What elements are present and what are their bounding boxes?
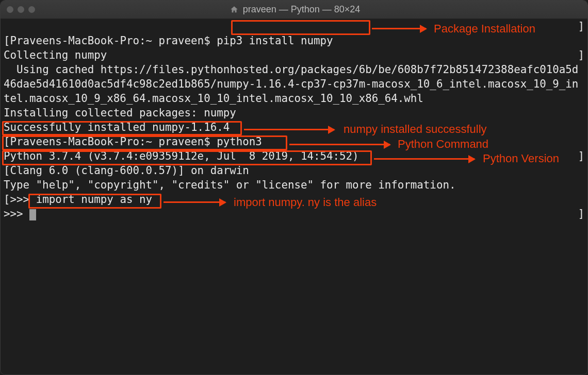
command-pip-install: pip3 install numpy <box>217 35 333 47</box>
bracket-open: [ <box>4 135 10 148</box>
output-using-cached: Using cached https://files.pythonhosted.… <box>4 63 578 105</box>
output-collecting: Collecting numpy <box>4 49 107 61</box>
shell-prompt: Praveens-MacBook-Pro:~ praveen$ <box>10 135 217 148</box>
bracket-close: ] <box>578 207 584 221</box>
title-text: praveen — Python — 80×24 <box>243 4 361 15</box>
command-python3: python3 <box>217 135 262 148</box>
python-prompt: >>> <box>4 208 29 220</box>
terminal-window: praveen — Python — 80×24 [Praveens-MacBo… <box>0 0 588 375</box>
bracket-close: ] <box>578 149 584 163</box>
terminal-viewport[interactable]: [Praveens-MacBook-Pro:~ praveen$ pip3 in… <box>1 19 587 374</box>
python-prompt: >>> <box>10 193 36 206</box>
output-success: Successfully installed numpy-1.16.4 <box>4 121 230 133</box>
shell-prompt: Praveens-MacBook-Pro:~ praveen$ <box>10 35 217 47</box>
bracket-open: [ <box>4 35 10 47</box>
home-icon <box>230 5 239 14</box>
terminal-text[interactable]: [Praveens-MacBook-Pro:~ praveen$ pip3 in… <box>1 19 587 374</box>
command-import-numpy: import numpy as ny <box>36 193 152 206</box>
titlebar: praveen — Python — 80×24 <box>1 1 587 19</box>
bracket-open: [ <box>4 193 10 206</box>
python-banner-line1: Python 3.7.4 (v3.7.4:e09359112e, Jul 8 2… <box>4 150 365 162</box>
bracket-close: ] <box>578 48 584 62</box>
window-title: praveen — Python — 80×24 <box>8 4 581 15</box>
output-installing: Installing collected packages: numpy <box>4 107 236 119</box>
python-banner-line2: [Clang 6.0 (clang-600.0.57)] on darwin <box>4 164 249 177</box>
cursor <box>29 209 36 220</box>
bracket-close: ] <box>578 19 584 33</box>
python-banner-help: Type "help", "copyright", "credits" or "… <box>4 179 455 191</box>
